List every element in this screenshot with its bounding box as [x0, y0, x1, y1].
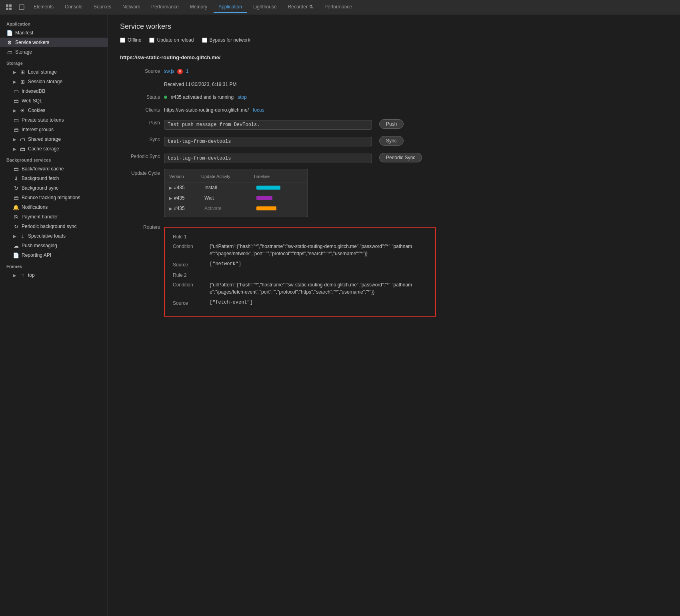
push-messaging-label: Push messaging: [22, 243, 57, 248]
clients-url: https://sw-static-routing-demo.glitch.me…: [164, 107, 249, 113]
tab-performance2[interactable]: Performance: [320, 2, 357, 13]
background-fetch-icon: ⇓: [13, 175, 19, 182]
sidebar-item-manifest[interactable]: 📄 Manifest: [0, 28, 108, 38]
expand-shared-storage-icon: ▶: [13, 137, 17, 141]
manifest-label: Manifest: [15, 30, 33, 36]
routers-label: Routers: [120, 223, 160, 230]
sidebar-item-indexed-db[interactable]: 🗃 IndexedDB: [0, 86, 108, 96]
background-section-label: Background services: [0, 154, 108, 164]
update-on-reload-label: Update on reload: [157, 37, 194, 43]
sync-input[interactable]: [164, 137, 372, 146]
uc-row-install[interactable]: ▶ #435 Install: [164, 182, 308, 193]
bypass-for-network-checkbox-label[interactable]: Bypass for network: [202, 37, 250, 43]
tab-elements[interactable]: Elements: [29, 2, 58, 13]
tab-console[interactable]: Console: [60, 2, 87, 13]
sidebar-item-reporting-api[interactable]: 📄 Reporting API: [0, 250, 108, 260]
back-forward-label: Back/forward cache: [22, 166, 64, 172]
sync-button[interactable]: Sync: [379, 136, 404, 146]
periodic-bg-sync-icon: ↻: [13, 223, 19, 230]
uc-row-activate[interactable]: ▶ #435 Activate: [164, 203, 308, 214]
uc-activity-install: Install: [204, 185, 256, 190]
svg-rect-1: [9, 4, 12, 7]
sidebar-item-cookies[interactable]: ▶ ☀ Cookies: [0, 106, 108, 115]
offline-checkbox[interactable]: [120, 38, 125, 43]
speculative-loads-icon: ⇓: [19, 233, 26, 239]
clients-label: Clients: [120, 106, 160, 113]
sidebar-item-shared-storage[interactable]: ▶ 🗃 Shared storage: [0, 134, 108, 144]
rule2-condition-label: Condition: [173, 281, 205, 288]
tab-network[interactable]: Network: [118, 2, 145, 13]
expand-cache-storage-icon: ▶: [13, 147, 17, 151]
source-file-link[interactable]: sw.js: [164, 68, 174, 74]
reporting-api-icon: 📄: [13, 252, 19, 258]
sidebar-item-web-sql[interactable]: 🗃 Web SQL: [0, 96, 108, 106]
uc-header: Version Update Activity Timeline: [164, 172, 308, 182]
sidebar-item-local-storage[interactable]: ▶ ⊞ Local storage: [0, 67, 108, 77]
sidebar-item-background-sync[interactable]: ↻ Background sync: [0, 183, 108, 193]
sidebar-item-storage[interactable]: 🗃 Storage: [0, 47, 108, 57]
tab-recorder[interactable]: Recorder ⚗: [283, 2, 318, 13]
uc-col-version: Version: [169, 174, 201, 179]
update-on-reload-checkbox[interactable]: [149, 38, 154, 43]
bypass-for-network-checkbox[interactable]: [202, 38, 207, 43]
push-messaging-icon: ☁: [13, 242, 19, 249]
periodic-bg-sync-label: Periodic background sync: [22, 224, 76, 229]
source-field-label: Source: [120, 67, 160, 74]
uc-col-timeline: Timeline: [253, 174, 303, 179]
frames-top-label: top: [28, 272, 35, 278]
source-number-link[interactable]: 1: [186, 68, 189, 74]
tab-sources[interactable]: Sources: [89, 2, 116, 13]
tab-lighthouse[interactable]: Lighthouse: [248, 2, 282, 13]
sidebar-item-private-state-tokens[interactable]: 🗃 Private state tokens: [0, 115, 108, 125]
devtools-icon[interactable]: [3, 2, 14, 12]
rule2-condition-value: {"urlPattern":{"hash":"*","hostname":"sw…: [210, 281, 418, 296]
uc-arrow-install: ▶: [169, 186, 172, 190]
uc-row-wait[interactable]: ▶ #435 Wait: [164, 193, 308, 203]
sidebar-item-bounce-tracking[interactable]: 🗃 Bounce tracking mitigations: [0, 193, 108, 202]
uc-bar-activate: [256, 206, 276, 210]
sidebar-item-notifications[interactable]: 🔔 Notifications: [0, 202, 108, 212]
rule1-condition-row: Condition {"urlPattern":{"hash":"*","hos…: [173, 243, 427, 257]
sidebar-item-cache-storage[interactable]: ▶ 🗃 Cache storage: [0, 144, 108, 154]
push-value: [164, 118, 372, 130]
periodic-sync-button[interactable]: Periodic Sync: [379, 153, 422, 162]
routers-field-row: Routers Rule 1 Condition {"urlPattern":{…: [120, 223, 668, 317]
sidebar-item-back-forward[interactable]: 🗃 Back/forward cache: [0, 164, 108, 174]
sidebar-item-periodic-bg-sync[interactable]: ↻ Periodic background sync: [0, 222, 108, 231]
content-area: Service workers Offline Update on reload…: [108, 14, 680, 616]
push-input[interactable]: [164, 120, 372, 130]
tab-memory[interactable]: Memory: [185, 2, 212, 13]
sidebar-item-interest-groups[interactable]: 🗃 Interest groups: [0, 125, 108, 134]
uc-arrow-activate: ▶: [169, 206, 172, 211]
local-storage-label: Local storage: [28, 69, 57, 75]
sidebar-item-session-storage[interactable]: ▶ ⊞ Session storage: [0, 77, 108, 86]
update-on-reload-checkbox-label[interactable]: Update on reload: [149, 37, 194, 43]
push-button[interactable]: Push: [379, 119, 404, 129]
private-state-tokens-icon: 🗃: [13, 117, 19, 123]
uc-activity-activate: Activate: [204, 206, 256, 211]
sidebar-item-payment-handler[interactable]: ⎘ Payment handler: [0, 212, 108, 222]
tab-performance[interactable]: Performance: [146, 2, 184, 13]
stop-link[interactable]: stop: [238, 94, 247, 100]
sidebar-item-push-messaging[interactable]: ☁ Push messaging: [0, 241, 108, 250]
offline-checkbox-label[interactable]: Offline: [120, 37, 141, 43]
sync-row: Sync Sync: [120, 135, 668, 146]
tab-application[interactable]: Application: [214, 2, 247, 13]
periodic-sync-input[interactable]: [164, 154, 372, 163]
status-label: Status: [120, 93, 160, 100]
cookies-icon: ☀: [19, 107, 26, 114]
sidebar-item-background-fetch[interactable]: ⇓ Background fetch: [0, 174, 108, 183]
indexed-db-icon: 🗃: [13, 88, 19, 94]
speculative-loads-label: Speculative loads: [28, 233, 66, 239]
manifest-icon: 📄: [6, 30, 13, 36]
shared-storage-icon: 🗃: [19, 136, 26, 142]
sidebar-item-speculative-loads[interactable]: ▶ ⇓ Speculative loads: [0, 231, 108, 241]
inspect-icon[interactable]: [16, 2, 27, 12]
focus-link[interactable]: focus: [253, 107, 264, 113]
uc-col-activity: Update Activity: [201, 174, 253, 179]
top-tab-bar: Elements Console Sources Network Perform…: [0, 0, 680, 14]
sidebar-item-top-frame[interactable]: ▶ □ top: [0, 270, 108, 280]
sidebar-item-service-workers[interactable]: ⚙ Service workers: [0, 38, 108, 47]
routers-section: Rule 1 Condition {"urlPattern":{"hash":"…: [164, 227, 436, 317]
storage-icon: 🗃: [6, 49, 13, 55]
